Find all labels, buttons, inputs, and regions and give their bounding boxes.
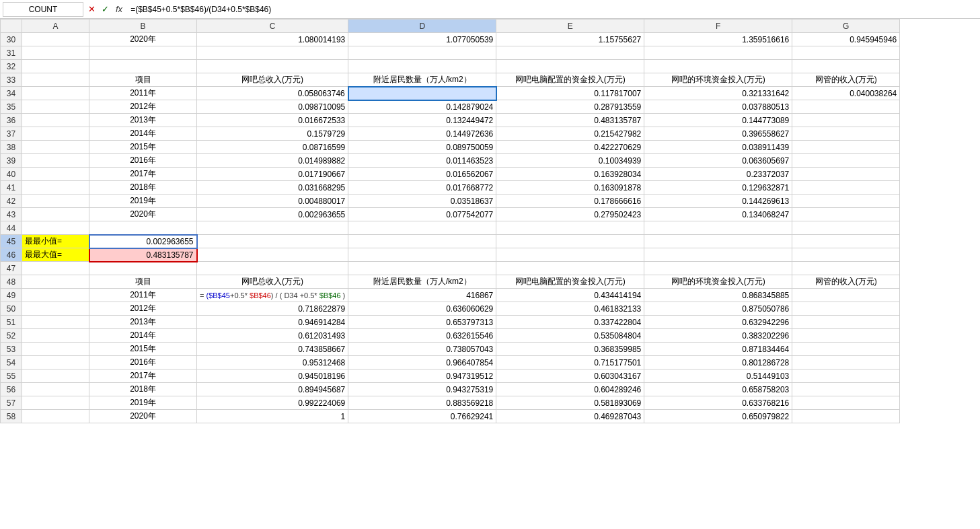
cell-f34[interactable]: 0.321331642 <box>644 87 792 100</box>
cell-b49[interactable]: 2011年 <box>89 289 197 302</box>
cell-d42[interactable]: 0.03518637 <box>348 195 496 208</box>
cell-e46[interactable] <box>496 248 644 262</box>
cell-f47[interactable] <box>644 262 792 275</box>
cell-g42[interactable] <box>792 195 900 208</box>
cell-a32[interactable] <box>22 60 89 73</box>
cell-c50[interactable]: 0.718622879 <box>197 302 348 316</box>
cell-a45[interactable]: 最最小值= <box>22 235 89 248</box>
cell-e35[interactable]: 0.287913559 <box>496 100 644 114</box>
cell-b36[interactable]: 2013年 <box>89 114 197 127</box>
cell-b45[interactable]: 0.002963655 <box>89 235 197 248</box>
cell-f38[interactable]: 0.038911439 <box>644 141 792 154</box>
cell-e52[interactable]: 0.535084804 <box>496 329 644 343</box>
cell-a49[interactable] <box>22 289 89 302</box>
cell-e53[interactable]: 0.368359985 <box>496 343 644 356</box>
cell-g44[interactable] <box>792 221 900 235</box>
cell-a40[interactable] <box>22 168 89 181</box>
cell-a51[interactable] <box>22 316 89 329</box>
cell-b34[interactable]: 2011年 <box>89 87 197 100</box>
cell-a34[interactable] <box>22 87 89 100</box>
cell-d48[interactable]: 附近居民数量（万人/km2） <box>348 275 496 289</box>
cell-g36[interactable] <box>792 114 900 127</box>
cell-a44[interactable] <box>22 221 89 235</box>
cell-f36[interactable]: 0.144773089 <box>644 114 792 127</box>
confirm-icon[interactable]: ✓ <box>100 4 110 14</box>
cell-b57[interactable]: 2019年 <box>89 396 197 410</box>
cell-e36[interactable]: 0.483135787 <box>496 114 644 127</box>
cell-a30[interactable] <box>22 33 89 46</box>
cell-f40[interactable]: 0.23372037 <box>644 168 792 181</box>
sheet-container[interactable]: A B C D E F G 30 2020年 1.080014193 1.077… <box>0 19 980 529</box>
cancel-icon[interactable]: ✕ <box>86 4 97 14</box>
formula-input[interactable]: =($B$45+0.5*$B$46)/(D34+0.5*$B$46) <box>128 2 977 17</box>
cell-f53[interactable]: 0.871834464 <box>644 343 792 356</box>
cell-a37[interactable] <box>22 127 89 141</box>
cell-g31[interactable] <box>792 46 900 60</box>
cell-g49[interactable] <box>792 289 900 302</box>
cell-g43[interactable] <box>792 208 900 221</box>
cell-f31[interactable] <box>644 46 792 60</box>
col-header-b[interactable]: B <box>89 20 197 33</box>
cell-d31[interactable] <box>348 46 496 60</box>
cell-c51[interactable]: 0.946914284 <box>197 316 348 329</box>
cell-g58[interactable] <box>792 410 900 423</box>
cell-e34[interactable]: 0.117817007 <box>496 87 644 100</box>
cell-a35[interactable] <box>22 100 89 114</box>
cell-g35[interactable] <box>792 100 900 114</box>
cell-b39[interactable]: 2016年 <box>89 154 197 168</box>
cell-b32[interactable] <box>89 60 197 73</box>
cell-e50[interactable]: 0.461832133 <box>496 302 644 316</box>
cell-b37[interactable]: 2014年 <box>89 127 197 141</box>
cell-c46[interactable] <box>197 248 348 262</box>
cell-d50[interactable]: 0.636060629 <box>348 302 496 316</box>
cell-e43[interactable]: 0.279502423 <box>496 208 644 221</box>
cell-f46[interactable] <box>644 248 792 262</box>
cell-d37[interactable]: 0.144972636 <box>348 127 496 141</box>
cell-c52[interactable]: 0.612031493 <box>197 329 348 343</box>
cell-f35[interactable]: 0.037880513 <box>644 100 792 114</box>
cell-g41[interactable] <box>792 181 900 195</box>
cell-d38[interactable]: 0.089750059 <box>348 141 496 154</box>
cell-d58[interactable]: 0.76629241 <box>348 410 496 423</box>
cell-b54[interactable]: 2016年 <box>89 356 197 369</box>
cell-b33[interactable]: 项目 <box>89 73 197 87</box>
cell-e31[interactable] <box>496 46 644 60</box>
cell-f52[interactable]: 0.383202296 <box>644 329 792 343</box>
cell-c40[interactable]: 0.017190667 <box>197 168 348 181</box>
cell-a55[interactable] <box>22 369 89 383</box>
cell-c31[interactable] <box>197 46 348 60</box>
cell-f44[interactable] <box>644 221 792 235</box>
cell-f54[interactable]: 0.801286728 <box>644 356 792 369</box>
cell-a41[interactable] <box>22 181 89 195</box>
cell-c43[interactable]: 0.002963655 <box>197 208 348 221</box>
cell-e48[interactable]: 网吧电脑配置的资金投入(万元) <box>496 275 644 289</box>
cell-g51[interactable] <box>792 316 900 329</box>
cell-d35[interactable]: 0.142879024 <box>348 100 496 114</box>
cell-e41[interactable]: 0.163091878 <box>496 181 644 195</box>
cell-c55[interactable]: 0.945018196 <box>197 369 348 383</box>
cell-g52[interactable] <box>792 329 900 343</box>
cell-f58[interactable]: 0.650979822 <box>644 410 792 423</box>
cell-e57[interactable]: 0.581893069 <box>496 396 644 410</box>
cell-a42[interactable] <box>22 195 89 208</box>
cell-d32[interactable] <box>348 60 496 73</box>
cell-e55[interactable]: 0.603043167 <box>496 369 644 383</box>
cell-d55[interactable]: 0.947319512 <box>348 369 496 383</box>
cell-b40[interactable]: 2017年 <box>89 168 197 181</box>
cell-f43[interactable]: 0.134068247 <box>644 208 792 221</box>
cell-b30[interactable]: 2020年 <box>89 33 197 46</box>
cell-b31[interactable] <box>89 46 197 60</box>
cell-d40[interactable]: 0.016562067 <box>348 168 496 181</box>
cell-c44[interactable] <box>197 221 348 235</box>
cell-g37[interactable] <box>792 127 900 141</box>
cell-c49[interactable]: = ($B$45+0.5* $B$46) / ( D34 +0.5* $B$46… <box>197 289 348 302</box>
cell-e44[interactable] <box>496 221 644 235</box>
cell-g50[interactable] <box>792 302 900 316</box>
cell-g57[interactable] <box>792 396 900 410</box>
col-header-d[interactable]: D <box>348 20 496 33</box>
cell-e40[interactable]: 0.163928034 <box>496 168 644 181</box>
cell-d57[interactable]: 0.883569218 <box>348 396 496 410</box>
cell-d39[interactable]: 0.011463523 <box>348 154 496 168</box>
cell-d56[interactable]: 0.943275319 <box>348 383 496 396</box>
cell-c34[interactable]: 0.058063746 <box>197 87 348 100</box>
